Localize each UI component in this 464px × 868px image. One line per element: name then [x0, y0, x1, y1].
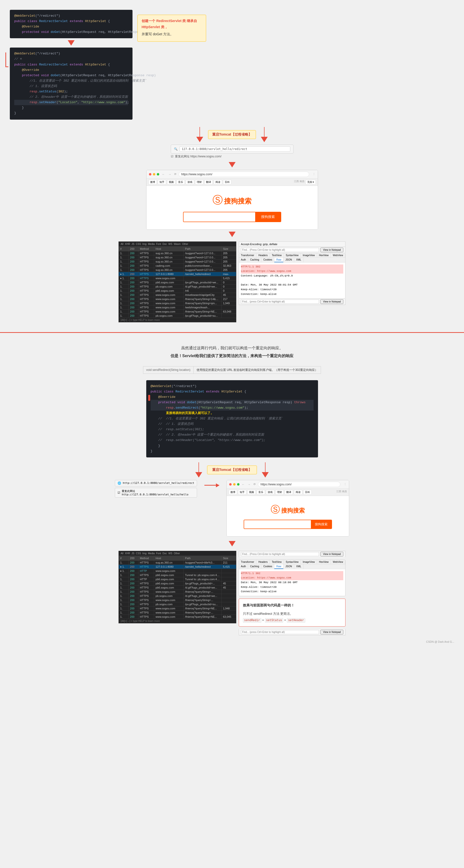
tab-headers[interactable]: Headers — [256, 253, 270, 257]
table-row[interactable]: 1. 200 HTTPS www.sogou.com /fnieroq?quer… — [118, 590, 236, 594]
subtab-caching-2[interactable]: Caching — [248, 564, 261, 569]
forward-btn[interactable]: → — [169, 173, 171, 176]
table-row[interactable]: 1. 200 HTTPS www.sogou.com /fnieroq?quer… — [118, 615, 236, 619]
min-dot-2[interactable] — [233, 483, 236, 486]
back-btn-2[interactable]: ← — [242, 483, 244, 486]
filter-all-2[interactable]: All — [121, 552, 123, 555]
table-row[interactable]: 1. 200 HTTPS www.sogou.com /mivebsearch/… — [118, 293, 236, 297]
table-row[interactable]: 1. 200 HTTPS sug.so.360.cn /suggest?word… — [118, 251, 236, 255]
tab-hexview-2[interactable]: HexView — [317, 560, 331, 564]
filter-other[interactable]: Other — [182, 243, 188, 245]
table-row[interactable]: 1. 200 HTTPS pb6.sogou.com /n6 0 — [118, 288, 236, 293]
table-row[interactable]: 1. 200 HTTPS pb6.sogou.com Tunnel to: pb… — [118, 573, 236, 577]
bm-map-2[interactable]: 百科 — [303, 490, 312, 495]
url-display-1[interactable]: 127.0.0.1:8080/servlet_hello/redirect — [180, 146, 290, 152]
subtab-cookies-2[interactable]: Cookies — [261, 564, 274, 569]
tab-transformer[interactable]: Transformer — [239, 253, 256, 257]
filter-js-2[interactable]: JS — [132, 552, 135, 555]
find-input-1[interactable] — [241, 248, 319, 252]
view-notepad-btn-2[interactable]: View in Notepad — [320, 552, 343, 556]
filter-xhr[interactable]: XHR — [125, 243, 130, 245]
bookmark-games[interactable]: 游戏 — [186, 180, 194, 185]
table-row[interactable]: 1. 200 HTTPS www.sogou.com /fnieroq?quer… — [118, 309, 236, 313]
tab-headers-2[interactable]: Headers — [256, 560, 270, 564]
filter-xhr-2[interactable]: XHR — [125, 552, 130, 555]
table-row[interactable]: 1. 200 HTTPS www.sogou.com /fnieroq?quer… — [118, 598, 236, 602]
filter-doc[interactable]: Doc — [163, 243, 167, 245]
view-notepad-btn-1[interactable]: View in Notepad — [320, 248, 343, 252]
filter-font-2[interactable]: Font — [156, 552, 161, 555]
bookmark-more[interactable]: 无痕 ▾ — [306, 180, 316, 185]
bookmark-finance[interactable]: 理财 — [195, 180, 203, 185]
filter-all[interactable]: All — [121, 243, 123, 245]
bookmark-zhihu[interactable]: 知乎 — [158, 180, 166, 185]
browser-url-bar-1[interactable]: https://www.sogou.com/ — [179, 172, 309, 177]
table-row[interactable]: 1. 200 HTTPS pb6.sogou.com /d.gif?lugs_p… — [118, 585, 236, 590]
tab-transformer-2[interactable]: Transformer — [239, 560, 256, 564]
subtab-auth[interactable]: Auth — [239, 258, 248, 262]
subtab-auth-2[interactable]: Auth — [239, 564, 248, 569]
sogou-search-button-1[interactable]: 搜狗搜索 — [255, 212, 281, 222]
find-input-bottom-1[interactable] — [241, 300, 319, 304]
table-row-selected-2[interactable]: ♦ 1. 200 HTTPS 127.0.0.1:8080 /servlet_h… — [118, 564, 236, 569]
subtab-json-2[interactable]: JSON — [283, 564, 294, 569]
tab-imageview[interactable]: ImageView — [301, 253, 317, 257]
table-row[interactable]: 1. 200 HTTPS pb.sogou.com /pv.gif?lugs_p… — [118, 602, 236, 606]
table-row[interactable]: 1. 200 HTTPS pb6.sogou.com /pv.gif?lugs_… — [118, 280, 236, 284]
table-row[interactable]: 1. 200 HTTPS pb.sogou.com /d.gif?lugs_pr… — [118, 594, 236, 598]
close-dot-2[interactable] — [229, 483, 232, 486]
bm-translate-2[interactable]: 翻译 — [285, 490, 293, 495]
table-row[interactable]: 1. 200 HTTPS cadimg.com public/common/ba… — [118, 264, 236, 268]
browser-url-bar-2[interactable]: https://www.sogou.com/ — [258, 482, 340, 487]
max-dot[interactable] — [157, 173, 159, 176]
reload-btn-2[interactable]: ⟳ — [254, 483, 256, 486]
bm-read-2[interactable]: 阅读 — [294, 490, 302, 495]
tab-webview[interactable]: WebView — [331, 253, 345, 257]
tab-imageview-2[interactable]: ImageView — [301, 560, 317, 564]
table-row[interactable]: 1. 200 HTTPS pb.sogou.com /pv.gif?lugs_p… — [118, 313, 236, 318]
filter-media-2[interactable]: Media — [148, 552, 154, 555]
filter-font[interactable]: Font — [156, 243, 161, 245]
tab-syntaxview-2[interactable]: SyntaxView — [284, 560, 301, 564]
min-dot[interactable] — [153, 173, 155, 176]
table-row[interactable]: ♦ 1. 200 HTTPS www.sogou.com 5,415 — [118, 276, 236, 280]
filter-img[interactable]: Img — [142, 243, 146, 245]
bookmark-music[interactable]: 音乐 — [176, 180, 185, 185]
subtab-xml[interactable]: XML — [294, 258, 303, 262]
table-row[interactable]: 1. 200 HTTPS www.sogou.com /fnieroq?quer… — [118, 610, 236, 615]
table-row[interactable]: 1. 200 HTTPS sug.as.360.cn /suggest?word… — [118, 560, 236, 564]
filter-js[interactable]: JS — [132, 243, 135, 245]
find-input-2[interactable] — [241, 552, 319, 556]
subtab-raw-2[interactable]: Raw — [274, 564, 283, 569]
table-row[interactable]: 1. 200 HTTPS sug.so.360.cn /suggest?word… — [118, 268, 236, 272]
bookmark-translate[interactable]: 翻译 — [204, 180, 213, 185]
view-notepad-btn-bottom-1[interactable]: View in Notepad — [320, 299, 343, 304]
table-row[interactable]: 1. 200 HTTPS sug.so.360.cn /suggest?word… — [118, 259, 236, 264]
tab-hexview[interactable]: HexView — [317, 253, 331, 257]
subtab-cookies[interactable]: Cookies — [261, 258, 274, 262]
bookmark-video[interactable]: 视频 — [167, 180, 175, 185]
filter-ws[interactable]: WS — [168, 243, 172, 245]
filter-other-2[interactable]: Other — [174, 552, 180, 555]
table-row-selected[interactable]: ♦ 1. 200 HTTPS 127.0.0.1:8080 /servlet_h… — [118, 272, 236, 276]
bm-finance-2[interactable]: 理财 — [275, 490, 284, 495]
filter-img-2[interactable]: Img — [142, 552, 146, 555]
filter-ws-2[interactable]: WS — [168, 552, 172, 555]
bookmark-map[interactable]: 百科 — [223, 180, 231, 185]
filter-css-2[interactable]: CSS — [136, 552, 141, 555]
table-row[interactable]: 1. 200 HTTPS pb.sogou.com /d.gif?lugs_pr… — [118, 284, 236, 288]
max-dot-2[interactable] — [237, 483, 239, 486]
settings-icon-2[interactable]: ⋮ — [344, 483, 346, 486]
url-display-2[interactable]: http://127.0.0.1:8080/servlet_hello/redi… — [123, 482, 194, 485]
table-row[interactable]: 1. 200 HTTPS pb6.sogou.com /pv.gif?lugs_… — [118, 581, 236, 585]
sogou-search-button-2[interactable]: 搜狗搜索 — [311, 520, 331, 528]
subtab-raw[interactable]: Raw — [274, 258, 283, 262]
table-row[interactable]: 1. 200 HTTPS www.sogou.com /fnieroq?quer… — [118, 297, 236, 301]
subtab-caching[interactable]: Caching — [248, 258, 261, 262]
bm-zhihu-2[interactable]: 知乎 — [238, 490, 246, 495]
filter-wasm[interactable]: Wasm — [174, 243, 181, 245]
bm-music-2[interactable]: 音乐 — [257, 490, 265, 495]
bm-weibo-2[interactable]: 微博 — [229, 490, 237, 495]
subtab-xml-2[interactable]: XML — [294, 564, 303, 569]
find-input-bottom-2[interactable] — [241, 630, 319, 634]
